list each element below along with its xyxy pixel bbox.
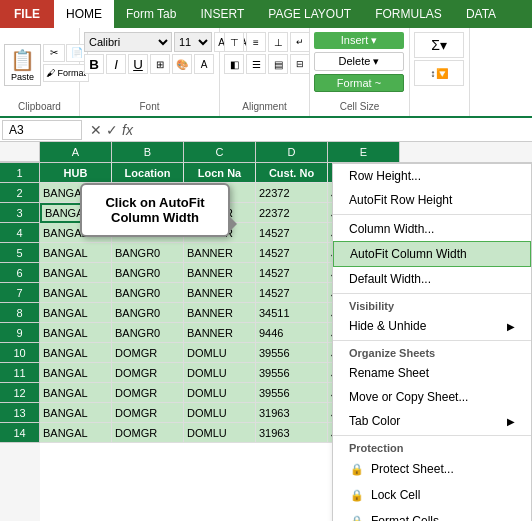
menu-item-format-cells[interactable]: 🔒 Format Cells...: [333, 508, 531, 521]
cell-D1[interactable]: Cust. No: [256, 163, 328, 183]
cell-C12[interactable]: DOMLU: [184, 383, 256, 403]
name-box[interactable]: [2, 120, 82, 140]
insert-button[interactable]: Insert ▾: [314, 32, 404, 49]
cell-A1[interactable]: HUB: [40, 163, 112, 183]
menu-item-default-width[interactable]: Default Width...: [333, 267, 531, 291]
align-left-button[interactable]: ◧: [224, 54, 244, 74]
menu-item-tab-color[interactable]: Tab Color ▶: [333, 409, 531, 433]
sort-filter-button[interactable]: ↕🔽: [414, 60, 464, 86]
row-header-12[interactable]: 12: [0, 383, 40, 403]
italic-button[interactable]: I: [106, 54, 126, 74]
cell-A11[interactable]: BANGAL: [40, 363, 112, 383]
cell-A5[interactable]: BANGAL: [40, 243, 112, 263]
cell-C5[interactable]: BANNER: [184, 243, 256, 263]
tab-insert[interactable]: INSERT: [188, 0, 256, 28]
cell-D11[interactable]: 39556: [256, 363, 328, 383]
cell-B5[interactable]: BANGR0: [112, 243, 184, 263]
bold-button[interactable]: B: [84, 54, 104, 74]
cell-D13[interactable]: 31963: [256, 403, 328, 423]
cancel-formula-icon[interactable]: ✕: [90, 122, 102, 138]
cell-B13[interactable]: DOMGR: [112, 403, 184, 423]
cell-D7[interactable]: 14527: [256, 283, 328, 303]
row-header-11[interactable]: 11: [0, 363, 40, 383]
autosum-button[interactable]: Σ▾: [414, 32, 464, 58]
font-size-select[interactable]: 11: [174, 32, 212, 52]
col-header-A[interactable]: A: [40, 142, 112, 162]
cell-A8[interactable]: BANGAL: [40, 303, 112, 323]
font-name-select[interactable]: Calibri: [84, 32, 172, 52]
row-header-10[interactable]: 10: [0, 343, 40, 363]
menu-item-hide-unhide[interactable]: Hide & Unhide ▶: [333, 314, 531, 338]
cell-A12[interactable]: BANGAL: [40, 383, 112, 403]
cell-A14[interactable]: BANGAL: [40, 423, 112, 443]
row-header-5[interactable]: 5: [0, 243, 40, 263]
row-header-13[interactable]: 13: [0, 403, 40, 423]
row-header-7[interactable]: 7: [0, 283, 40, 303]
col-header-C[interactable]: C: [184, 142, 256, 162]
menu-item-autofit-col[interactable]: AutoFit Column Width: [333, 241, 531, 267]
underline-button[interactable]: U: [128, 54, 148, 74]
cell-C6[interactable]: BANNER: [184, 263, 256, 283]
cell-C10[interactable]: DOMLU: [184, 343, 256, 363]
font-color-button[interactable]: A: [194, 54, 214, 74]
cell-A6[interactable]: BANGAL: [40, 263, 112, 283]
col-header-E[interactable]: E: [328, 142, 400, 162]
format-button[interactable]: Format ~: [314, 74, 404, 92]
confirm-formula-icon[interactable]: ✓: [106, 122, 118, 138]
cell-D6[interactable]: 14527: [256, 263, 328, 283]
paste-button[interactable]: 📋 Paste: [4, 44, 41, 86]
align-middle-button[interactable]: ≡: [246, 32, 266, 52]
wrap-text-button[interactable]: ↵: [290, 32, 310, 52]
col-header-B[interactable]: B: [112, 142, 184, 162]
cell-B8[interactable]: BANGR0: [112, 303, 184, 323]
cell-C13[interactable]: DOMLU: [184, 403, 256, 423]
row-header-4[interactable]: 4: [0, 223, 40, 243]
menu-item-autofit-row[interactable]: AutoFit Row Height: [333, 188, 531, 212]
cell-A10[interactable]: BANGAL: [40, 343, 112, 363]
cell-B14[interactable]: DOMGR: [112, 423, 184, 443]
row-header-8[interactable]: 8: [0, 303, 40, 323]
row-header-14[interactable]: 14: [0, 423, 40, 443]
tab-formtab[interactable]: Form Tab: [114, 0, 188, 28]
menu-item-col-width[interactable]: Column Width...: [333, 217, 531, 241]
cell-B11[interactable]: DOMGR: [112, 363, 184, 383]
menu-item-lock-cell[interactable]: 🔒 Lock Cell: [333, 482, 531, 508]
align-right-button[interactable]: ▤: [268, 54, 288, 74]
cell-C8[interactable]: BANNER: [184, 303, 256, 323]
cell-B1[interactable]: Location: [112, 163, 184, 183]
row-header-6[interactable]: 6: [0, 263, 40, 283]
cell-B7[interactable]: BANGR0: [112, 283, 184, 303]
cell-B12[interactable]: DOMGR: [112, 383, 184, 403]
cell-D12[interactable]: 39556: [256, 383, 328, 403]
tab-file[interactable]: FILE: [0, 0, 54, 28]
cell-A7[interactable]: BANGAL: [40, 283, 112, 303]
cell-C1[interactable]: Locn Na: [184, 163, 256, 183]
row-header-9[interactable]: 9: [0, 323, 40, 343]
delete-button[interactable]: Delete ▾: [314, 52, 404, 71]
menu-item-rename-sheet[interactable]: Rename Sheet: [333, 361, 531, 385]
row-header-1[interactable]: 1: [0, 163, 40, 183]
row-header-3[interactable]: 3: [0, 203, 40, 223]
insert-function-icon[interactable]: fx: [122, 122, 133, 138]
menu-item-row-height[interactable]: Row Height...: [333, 164, 531, 188]
align-center-button[interactable]: ☰: [246, 54, 266, 74]
tab-formulas[interactable]: FORMULAS: [363, 0, 454, 28]
cell-C14[interactable]: DOMLU: [184, 423, 256, 443]
tab-data[interactable]: DATA: [454, 0, 508, 28]
align-top-button[interactable]: ⊤: [224, 32, 244, 52]
cell-D8[interactable]: 34511: [256, 303, 328, 323]
cell-D5[interactable]: 14527: [256, 243, 328, 263]
merge-button[interactable]: ⊟: [290, 54, 310, 74]
cell-B6[interactable]: BANGR0: [112, 263, 184, 283]
cell-D3[interactable]: 22372: [256, 203, 328, 223]
cell-C9[interactable]: BANNER: [184, 323, 256, 343]
align-bottom-button[interactable]: ⊥: [268, 32, 288, 52]
cell-D2[interactable]: 22372: [256, 183, 328, 203]
tab-pagelayout[interactable]: PAGE LAYOUT: [256, 0, 363, 28]
cell-D9[interactable]: 9446: [256, 323, 328, 343]
cut-button[interactable]: ✂: [43, 44, 65, 62]
tab-home[interactable]: HOME: [54, 0, 114, 28]
cell-D4[interactable]: 14527: [256, 223, 328, 243]
cell-B9[interactable]: BANGR0: [112, 323, 184, 343]
menu-item-move-copy[interactable]: Move or Copy Sheet...: [333, 385, 531, 409]
